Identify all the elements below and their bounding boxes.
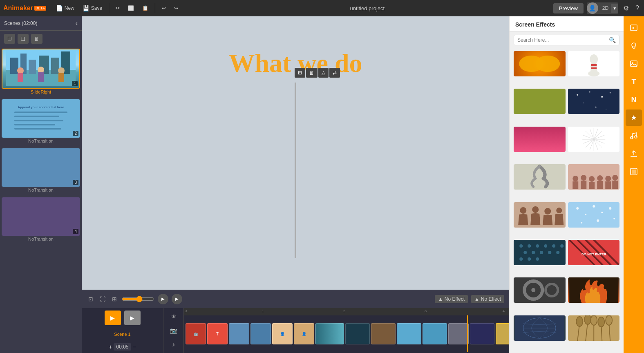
search-input[interactable] — [517, 37, 606, 43]
resize-handle-b[interactable] — [295, 256, 296, 258]
help-icon[interactable]: ? — [634, 3, 641, 13]
clip-12[interactable] — [448, 323, 469, 344]
timeline-play-sm-button[interactable]: ▶ — [124, 311, 141, 325]
effect-thumb-13[interactable] — [514, 277, 566, 303]
sidebar-upload-button[interactable] — [626, 145, 642, 162]
clip-11[interactable] — [423, 323, 447, 344]
svg-point-131 — [576, 207, 579, 210]
zoom-slider[interactable] — [122, 296, 154, 302]
scene-thumbnail-2[interactable]: Append your content list here 2 — [2, 99, 80, 138]
clip-9[interactable] — [371, 323, 396, 344]
fullscreen-button[interactable]: ⛶ — [98, 294, 107, 304]
clip-2[interactable]: T — [207, 323, 228, 344]
effect-thumb-11[interactable] — [514, 240, 566, 265]
new-button[interactable]: 📄 New — [53, 3, 78, 13]
sidebar-title-button[interactable]: N — [626, 92, 642, 108]
playhead[interactable] — [467, 315, 468, 352]
clip-7[interactable] — [315, 323, 344, 344]
sidebar-bulb-button[interactable] — [626, 38, 642, 54]
effect-thumb-14[interactable] — [568, 277, 620, 303]
clip-4[interactable] — [250, 323, 271, 344]
resize-handle-br[interactable] — [295, 256, 296, 258]
eye-icon[interactable]: 👁 — [171, 313, 177, 320]
effect-thumb-12[interactable]: DO NOT ENTER — [568, 240, 620, 265]
clip-8[interactable] — [345, 323, 370, 344]
undo-button[interactable]: ↩ — [159, 4, 169, 13]
cut-button[interactable]: ✂ — [112, 4, 123, 13]
svg-point-89 — [590, 54, 598, 64]
new-scene-button[interactable]: ☐ — [4, 34, 15, 44]
effect-thumb-6[interactable] — [568, 127, 620, 152]
delete-scene-button[interactable]: 🗑 — [31, 34, 42, 44]
focus-button[interactable]: ⊡ — [87, 294, 95, 304]
sidebar-text-button[interactable]: T — [626, 74, 642, 90]
canvas-delete-btn[interactable]: 🗑 — [306, 68, 318, 78]
mode-dropdown-button[interactable]: ▼ — [611, 4, 618, 13]
preview-button[interactable]: Preview — [553, 3, 584, 13]
resize-handle-bl[interactable] — [295, 256, 296, 258]
redo-button[interactable]: ↪ — [171, 4, 181, 13]
effect-thumb-5[interactable] — [514, 127, 566, 152]
clip-selected[interactable] — [496, 323, 509, 344]
music-note-icon[interactable]: ♪ — [172, 341, 175, 348]
effect-thumb-8[interactable] — [568, 164, 620, 190]
canvas-scene[interactable] — [295, 83, 296, 258]
scene-label-3: NoTransition — [2, 187, 80, 194]
sidebar-scene-button[interactable] — [626, 20, 642, 36]
canvas-flip-btn[interactable]: △ — [318, 68, 329, 78]
sidebar-music-button[interactable] — [626, 127, 642, 144]
scene-thumbnail-4[interactable]: 4 — [2, 197, 80, 236]
timeline-play-button[interactable]: ▶ — [105, 311, 121, 325]
effect1-selector[interactable]: ▲ No Effect — [435, 295, 468, 303]
duplicate-scene-button[interactable]: ❏ — [18, 34, 29, 44]
svg-point-135 — [609, 207, 611, 210]
sidebar-image-button[interactable] — [626, 56, 642, 72]
effect-thumb-9[interactable] — [514, 202, 566, 228]
scene-thumbnail-1[interactable]: 1 — [2, 49, 80, 89]
effect-thumb-2[interactable] — [568, 51, 620, 76]
resize-handle-r[interactable] — [295, 169, 296, 172]
canvas-grid-btn[interactable]: ⊞ — [295, 68, 305, 78]
resize-handle-tr[interactable] — [295, 83, 296, 85]
canvas-swap-btn[interactable]: ⇄ — [329, 68, 340, 78]
next-play-button[interactable]: ▶ — [172, 294, 182, 304]
effect-thumb-4[interactable] — [568, 89, 620, 114]
ruler-mark-2: 2 — [343, 309, 345, 313]
svg-point-119 — [597, 175, 603, 181]
minus-button[interactable]: − — [133, 344, 136, 350]
sidebar-bg-button[interactable] — [626, 163, 642, 180]
main-area: Scenes (02:00) ‹ ☐ ❏ 🗑 — [0, 16, 644, 353]
right-panel: Screen Effects 🔍 — [509, 16, 624, 353]
paste-button[interactable]: 📋 — [139, 4, 152, 13]
effect-thumb-10[interactable] — [568, 202, 620, 228]
effect-thumb-7[interactable] — [514, 164, 566, 190]
effect-thumb-1[interactable] — [514, 51, 566, 76]
effect2-selector[interactable]: ▲ No Effect — [471, 295, 504, 303]
resize-handle-l[interactable] — [295, 169, 296, 172]
effect-thumb-15[interactable] — [514, 315, 566, 341]
add-scene-button[interactable]: + — [109, 344, 112, 350]
sidebar-effects-button[interactable]: ★ — [626, 109, 642, 126]
scene-thumbnail-3[interactable]: 3 — [2, 148, 80, 187]
avatar: 👤 — [587, 2, 598, 14]
collapse-icon[interactable]: ‹ — [76, 20, 78, 27]
clip-6[interactable]: 👤 — [294, 323, 314, 344]
clip-10[interactable] — [397, 323, 421, 344]
clip-1[interactable]: 🤖 — [186, 323, 206, 344]
svg-point-113 — [572, 176, 578, 181]
clip-13[interactable] — [470, 323, 494, 344]
clip-5[interactable]: 👤 — [272, 323, 293, 344]
copy-button[interactable]: ⬜ — [125, 4, 137, 13]
save-button[interactable]: 💾 Save — [79, 3, 105, 13]
effect1-label: No Effect — [445, 296, 465, 302]
camera-icon[interactable]: 📷 — [170, 327, 177, 334]
clip-3[interactable] — [229, 323, 249, 344]
effect-thumb-3[interactable] — [514, 89, 566, 114]
settings-icon[interactable]: ⚙ — [622, 3, 631, 14]
resize-handle-t[interactable] — [295, 83, 296, 85]
prev-play-button[interactable]: ▶ — [158, 294, 168, 304]
resize-handle-tl[interactable] — [295, 83, 296, 85]
effect-thumb-16[interactable] — [568, 315, 620, 341]
grid-button[interactable]: ⊞ — [110, 294, 119, 304]
svg-text:Append your content list here: Append your content list here — [18, 105, 64, 109]
